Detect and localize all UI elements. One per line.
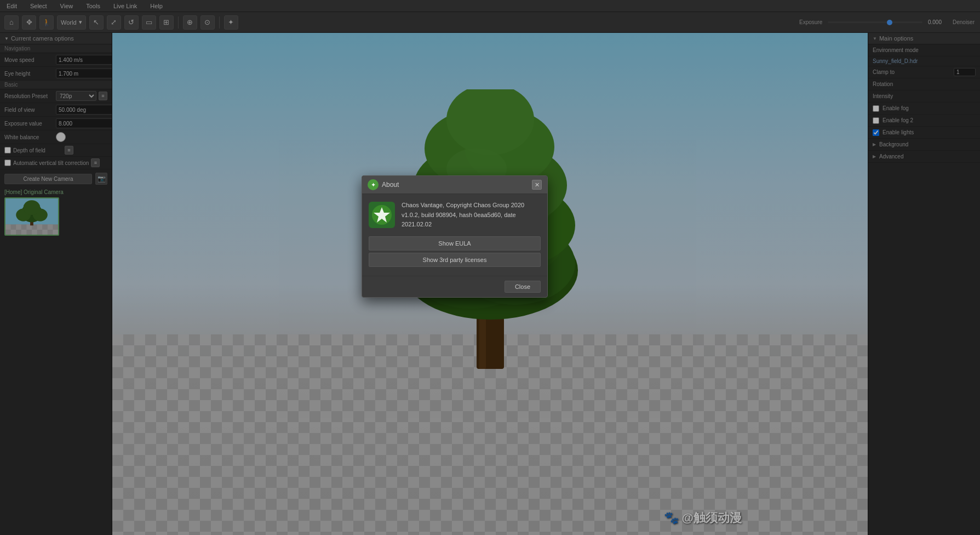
show-3rdparty-btn[interactable]: Show 3rd party licenses [369,253,541,267]
dialog-title-bar: ✦ About ✕ [362,176,547,194]
dialog-close-btn[interactable]: Close [505,281,541,293]
dialog-footer: Close [362,276,547,297]
cv-logo-svg [372,205,392,225]
dialog-title-label: About [382,181,399,189]
dialog-app-version: v1.0.2, build 908904, hash 0eaa5d60, dat… [402,210,541,230]
dialog-close-x-btn[interactable]: ✕ [532,180,542,190]
about-dialog: ✦ About ✕ Chaos Vantage, Copyright Chaos… [362,175,548,298]
dialog-title-text: ✦ About [368,179,399,190]
dialog-body: Chaos Vantage, Copyright Chaos Group 202… [362,194,547,276]
dialog-app-icon-small: ✦ [368,179,379,190]
dialog-logo [369,202,395,228]
dialog-app-text: Chaos Vantage, Copyright Chaos Group 202… [402,201,541,230]
dialog-app-info: Chaos Vantage, Copyright Chaos Group 202… [369,201,541,230]
dialog-app-name: Chaos Vantage, Copyright Chaos Group 202… [402,201,541,210]
dialog-overlay: ✦ About ✕ Chaos Vantage, Copyright Chaos… [0,0,980,535]
show-eula-btn[interactable]: Show EULA [369,236,541,251]
